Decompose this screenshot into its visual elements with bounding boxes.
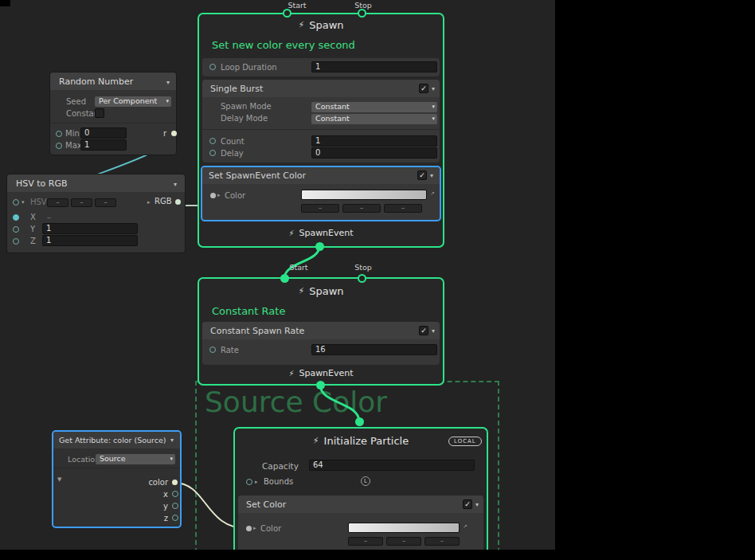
node-title: HSV to RGB bbox=[16, 178, 68, 189]
footer-text: SpawnEvent bbox=[299, 228, 353, 238]
single-burst-block[interactable]: Single Burst ✓ ▾ Spawn Mode Constant ▾ D… bbox=[202, 80, 440, 163]
chevron-down-icon[interactable]: ▾ bbox=[432, 327, 435, 335]
spawnevent-output-anchor[interactable] bbox=[316, 381, 325, 390]
constant-checkbox[interactable] bbox=[95, 108, 104, 118]
color-gradient-field[interactable] bbox=[348, 523, 460, 533]
max-field[interactable]: 1 bbox=[80, 139, 127, 151]
color-sub-field[interactable]: – bbox=[386, 537, 421, 546]
initialize-input-anchor[interactable] bbox=[355, 417, 364, 426]
count-field[interactable]: 1 bbox=[311, 135, 437, 147]
node-header[interactable]: Get Attribute: color (Source) ▾ bbox=[53, 432, 180, 448]
loop-duration-block[interactable]: Loop Duration 1 bbox=[202, 58, 440, 76]
local-bounds-icon[interactable]: L bbox=[361, 476, 370, 486]
loop-duration-field[interactable]: 1 bbox=[311, 61, 437, 72]
block-header[interactable]: Set SpawnEvent Color ✓ ▾ bbox=[202, 167, 440, 184]
x-port[interactable] bbox=[13, 214, 19, 221]
chevron-down-icon[interactable]: ▾ bbox=[170, 437, 174, 444]
chevron-down-icon: ▾ bbox=[432, 114, 435, 124]
z-output-port[interactable] bbox=[172, 515, 178, 521]
block-header[interactable]: Set Color ✓ ▾ bbox=[238, 495, 483, 513]
spawn-mode-label: Spawn Mode bbox=[221, 102, 272, 111]
context-note[interactable]: Constant Rate bbox=[212, 305, 285, 317]
color-sub-field[interactable]: – bbox=[348, 537, 383, 546]
start-anchor-label: Start bbox=[281, 263, 316, 272]
start-flow-anchor[interactable] bbox=[283, 9, 291, 18]
hsv-sub-field[interactable]: – bbox=[47, 198, 68, 207]
context-note[interactable]: Set new color every second bbox=[212, 39, 355, 51]
color-sub-field[interactable]: – bbox=[424, 537, 460, 546]
bounds-port[interactable] bbox=[246, 479, 252, 485]
initialize-particle-context[interactable]: ⚡ Initialize Particle LOCAL Capacity 64 … bbox=[233, 427, 488, 560]
triangle-down-icon[interactable]: ▼ bbox=[57, 476, 61, 484]
loop-duration-label: Loop Duration bbox=[221, 63, 277, 72]
enabled-checkbox[interactable]: ✓ bbox=[419, 326, 428, 335]
node-header[interactable]: HSV to RGB ▾ bbox=[7, 174, 185, 192]
vfx-graph-canvas[interactable]: Source Color Random Number ▾ Seed Per Co… bbox=[0, 0, 755, 560]
hsv-sub-field[interactable]: – bbox=[71, 198, 92, 207]
triangle-down-icon[interactable]: ▾ bbox=[22, 199, 25, 206]
stop-flow-anchor[interactable] bbox=[358, 9, 366, 18]
context-title-text: Spawn bbox=[309, 19, 343, 31]
z-field[interactable]: 1 bbox=[42, 235, 138, 246]
hsv-port[interactable] bbox=[13, 199, 19, 206]
capacity-field[interactable]: 64 bbox=[309, 460, 475, 471]
color-output-label: color bbox=[133, 478, 168, 487]
chevron-down-icon[interactable]: ▾ bbox=[432, 85, 435, 92]
color-picker-icon[interactable]: ↗ bbox=[430, 190, 435, 198]
delay-mode-dropdown[interactable]: Constant ▾ bbox=[311, 114, 437, 124]
local-badge[interactable]: LOCAL bbox=[448, 437, 482, 446]
x-output-port[interactable] bbox=[172, 491, 178, 497]
enabled-checkbox[interactable]: ✓ bbox=[463, 499, 472, 509]
y-output-label: y bbox=[149, 502, 168, 511]
max-port[interactable] bbox=[56, 143, 62, 149]
color-port[interactable] bbox=[210, 193, 216, 198]
color-picker-icon[interactable]: ↗ bbox=[463, 523, 467, 531]
location-dropdown[interactable]: Source ▾ bbox=[96, 454, 175, 464]
z-port[interactable] bbox=[13, 238, 19, 245]
random-number-node[interactable]: Random Number ▾ Seed Per Component ▾ Con… bbox=[49, 72, 177, 155]
delay-field[interactable]: 0 bbox=[311, 147, 437, 159]
min-field[interactable]: 0 bbox=[80, 127, 127, 139]
triangle-right-icon[interactable]: ▸ bbox=[147, 199, 151, 206]
hsv-sub-field[interactable]: – bbox=[95, 198, 116, 207]
seed-dropdown[interactable]: Per Component ▾ bbox=[95, 96, 171, 107]
start-flow-anchor[interactable] bbox=[280, 274, 289, 283]
spawnevent-output-anchor[interactable] bbox=[315, 242, 324, 251]
color-gradient-field[interactable] bbox=[301, 190, 427, 200]
spawn-context-2[interactable]: ⚡ Spawn Constant Rate Constant Spawn Rat… bbox=[198, 277, 444, 386]
loop-duration-port[interactable] bbox=[209, 64, 216, 70]
node-header[interactable]: Random Number ▾ bbox=[50, 72, 176, 90]
block-title: Single Burst bbox=[210, 84, 263, 94]
count-port[interactable] bbox=[209, 138, 216, 144]
y-port[interactable] bbox=[13, 226, 19, 233]
y-output-port[interactable] bbox=[172, 503, 178, 509]
color-port[interactable] bbox=[246, 526, 252, 531]
triangle-right-icon[interactable]: ▸ bbox=[255, 479, 258, 486]
rgb-output-port[interactable] bbox=[175, 199, 181, 205]
spawn-context-1[interactable]: ⚡ Spawn Set new color every second Loop … bbox=[198, 13, 444, 248]
color-sub-field[interactable]: – bbox=[342, 204, 381, 213]
color-sub-field[interactable]: – bbox=[301, 204, 339, 213]
color-output-port[interactable] bbox=[172, 480, 178, 485]
hsv-to-rgb-node[interactable]: HSV to RGB ▾ ▾ HSV – – – ▸ RGB X – Y 1 Z… bbox=[6, 174, 186, 253]
set-spawnevent-color-block[interactable]: Set SpawnEvent Color ✓ ▾ ▸ Color ↗ – – – bbox=[201, 166, 441, 221]
spawn-mode-dropdown[interactable]: Constant ▾ bbox=[311, 102, 437, 112]
constant-spawn-rate-block[interactable]: Constant Spawn Rate ✓ ▾ Rate 16 bbox=[202, 322, 440, 365]
get-attribute-node[interactable]: Get Attribute: color (Source) ▾ Location… bbox=[52, 430, 182, 528]
chevron-down-icon[interactable]: ▾ bbox=[174, 181, 177, 188]
block-header[interactable]: Constant Spawn Rate ✓ ▾ bbox=[202, 322, 440, 339]
r-output-port[interactable] bbox=[171, 131, 177, 136]
stop-flow-anchor[interactable] bbox=[358, 274, 366, 283]
min-port[interactable] bbox=[56, 131, 62, 137]
chevron-down-icon[interactable]: ▾ bbox=[166, 79, 170, 86]
chevron-down-icon[interactable]: ▾ bbox=[475, 501, 479, 508]
block-header[interactable]: Single Burst ✓ ▾ bbox=[202, 80, 440, 97]
color-sub-field[interactable]: – bbox=[384, 204, 422, 213]
enabled-checkbox[interactable]: ✓ bbox=[417, 170, 427, 180]
delay-port[interactable] bbox=[209, 150, 216, 156]
enabled-checkbox[interactable]: ✓ bbox=[419, 84, 428, 93]
y-field[interactable]: 1 bbox=[42, 223, 138, 234]
rate-port[interactable] bbox=[209, 347, 216, 353]
rate-field[interactable]: 16 bbox=[311, 344, 437, 355]
chevron-down-icon[interactable]: ▾ bbox=[430, 172, 433, 179]
